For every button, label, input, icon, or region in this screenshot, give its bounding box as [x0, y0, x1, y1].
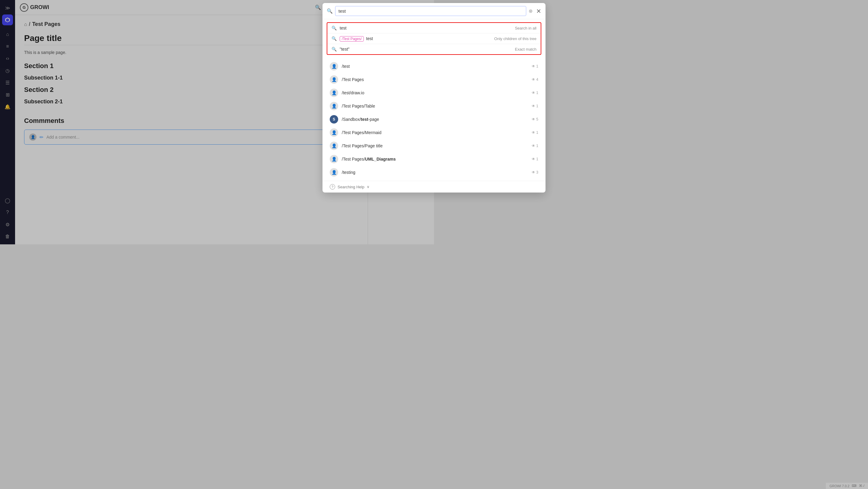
- suggestion-search-icon-2: 🔍: [332, 36, 337, 41]
- result-path-3: /test/draw.io: [342, 90, 434, 95]
- result-avatar-1: 👤: [330, 62, 338, 70]
- suggestion-text-2: /Test Pages/ test: [340, 36, 434, 41]
- result-row-1[interactable]: 👤 /test 👁1: [322, 60, 434, 73]
- result-path-5: /Sandbox/test-page: [342, 117, 434, 122]
- result-avatar-7: 👤: [330, 141, 338, 150]
- result-row-2[interactable]: 👤 /Test Pages 👁4: [322, 73, 434, 86]
- result-path-8: /Test Pages/UML_Diagrams: [342, 157, 434, 162]
- result-row-6[interactable]: 👤 /Test Pages/Mermaid 👁1: [322, 126, 434, 139]
- result-avatar-4: 👤: [330, 102, 338, 110]
- suggestion-text-1: test: [340, 26, 434, 30]
- result-avatar-8: 👤: [330, 155, 338, 163]
- searching-help-text: Searching Help: [338, 185, 364, 189]
- result-row-4[interactable]: 👤 /Test Pages/Table 👁1: [322, 99, 434, 113]
- search-results-list: 👤 /test 👁1 👤 /Test Pages 👁4 👤 /test/draw…: [322, 58, 434, 181]
- suggestion-search-icon-1: 🔍: [332, 26, 337, 30]
- result-row-5[interactable]: S /Sandbox/test-page 👁5: [322, 113, 434, 126]
- result-avatar-6: 👤: [330, 128, 338, 137]
- search-modal-search-icon: 🔍: [327, 8, 333, 14]
- result-row-8[interactable]: 👤 /Test Pages/UML_Diagrams 👁1: [322, 153, 434, 166]
- suggestion-search-all[interactable]: 🔍 test Search in all: [327, 23, 434, 33]
- chevron-down-icon: ∨: [367, 185, 370, 189]
- search-input[interactable]: [335, 6, 434, 16]
- result-row-9[interactable]: 👤 /testing 👁3: [322, 166, 434, 179]
- result-path-9: /testing: [342, 170, 434, 175]
- result-avatar-3: 👤: [330, 89, 338, 97]
- search-input-row: 🔍 ⊗ ✕: [322, 3, 434, 19]
- search-suggestions-box: 🔍 test Search in all 🔍 /Test Pages/ test…: [327, 22, 434, 55]
- result-avatar-9: 👤: [330, 168, 338, 176]
- search-modal: 🔍 ⊗ ✕ 🔍 test Search in all 🔍 /Test Pages…: [322, 3, 434, 193]
- suggestion-exact[interactable]: 🔍 "test" Exact match: [327, 44, 434, 54]
- result-path-2: /Test Pages: [342, 77, 434, 82]
- search-help-footer[interactable]: ? Searching Help ∨: [322, 181, 434, 193]
- result-avatar-5: S: [330, 115, 338, 124]
- search-overlay: 🔍 ⊗ ✕ 🔍 test Search in all 🔍 /Test Pages…: [0, 0, 434, 244]
- result-path-1: /test: [342, 64, 434, 69]
- suggestion-children[interactable]: 🔍 /Test Pages/ test Only children of thi…: [327, 33, 434, 44]
- result-path-4: /Test Pages/Table: [342, 104, 434, 108]
- suggestion-search-icon-3: 🔍: [332, 47, 337, 52]
- result-path-7: /Test Pages/Page title: [342, 143, 434, 148]
- result-row-7[interactable]: 👤 /Test Pages/Page title 👁1: [322, 139, 434, 153]
- result-avatar-2: 👤: [330, 75, 338, 84]
- result-row-3[interactable]: 👤 /test/draw.io 👁1: [322, 86, 434, 99]
- result-path-6: /Test Pages/Mermaid: [342, 130, 434, 135]
- suggestion-path-tag: /Test Pages/: [340, 36, 364, 41]
- help-circle-icon: ?: [330, 184, 335, 190]
- suggestion-text-3: "test": [340, 47, 434, 52]
